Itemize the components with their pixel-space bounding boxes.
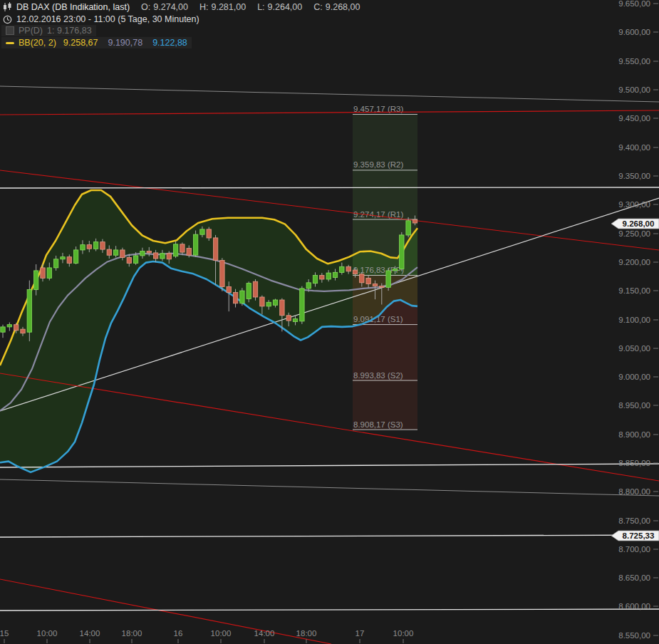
time-axis-label: 18:00 bbox=[122, 629, 142, 638]
candle-down bbox=[227, 287, 231, 293]
candle-up bbox=[193, 234, 197, 255]
candle-up bbox=[53, 259, 58, 268]
time-axis-label: 10:00 bbox=[393, 629, 414, 638]
trendline-red-upper[interactable] bbox=[0, 110, 659, 115]
time-axis-label: 15 bbox=[0, 629, 9, 638]
candle-down bbox=[360, 274, 364, 283]
candle-up bbox=[7, 325, 11, 327]
candle-up bbox=[61, 257, 65, 259]
time-axis: 1510:0014:0018:001610:0014:0018:001710:0… bbox=[0, 629, 413, 643]
low-value: 9.264,00 bbox=[268, 2, 303, 12]
candle-down bbox=[286, 316, 291, 321]
candle-down bbox=[260, 297, 264, 306]
alert-line-872533[interactable] bbox=[0, 535, 659, 537]
candle-up bbox=[1, 327, 5, 332]
time-axis-label: 14:00 bbox=[80, 629, 100, 638]
indicator-bb-row[interactable]: BB(20, 2) 9.258,67 9.190,78 9.122,88 bbox=[1, 37, 192, 48]
candle-down bbox=[153, 253, 157, 259]
time-axis-label: 17 bbox=[356, 629, 365, 638]
bb-line-icon bbox=[6, 41, 14, 45]
candle-up bbox=[273, 300, 277, 305]
candle-down bbox=[87, 245, 91, 249]
candle-up bbox=[113, 250, 118, 255]
open-label: O: bbox=[141, 2, 150, 12]
candle-down bbox=[233, 293, 237, 303]
support-line-8850[interactable] bbox=[0, 464, 659, 467]
price-axis-label: 8.850,00 bbox=[618, 459, 650, 467]
candle-up bbox=[93, 242, 98, 249]
candle-up bbox=[133, 256, 137, 264]
candle-up bbox=[293, 319, 297, 322]
candle-up bbox=[160, 254, 165, 259]
trendline-gray-lower[interactable] bbox=[0, 479, 659, 496]
candle-down bbox=[147, 251, 151, 253]
bb-indicator-name: BB(20, 2) bbox=[19, 38, 56, 48]
pivot-label: 8.993,83 (S2) bbox=[353, 371, 403, 380]
candle-down bbox=[320, 275, 324, 279]
candle-down bbox=[280, 300, 284, 316]
candle-up bbox=[27, 290, 31, 333]
candle-down bbox=[346, 266, 351, 271]
price-axis-label: 9.150,00 bbox=[618, 286, 650, 295]
price-axis-label: 9.000,00 bbox=[618, 373, 650, 381]
candle-down bbox=[41, 268, 45, 279]
candle-down bbox=[380, 286, 384, 288]
clock-icon bbox=[3, 15, 12, 24]
price-axis-label: 9.550,00 bbox=[618, 57, 650, 66]
last-price-badge-text: 9.268,00 bbox=[623, 219, 655, 228]
candle-down bbox=[100, 242, 105, 250]
candle-down bbox=[373, 284, 377, 286]
price-chart-canvas[interactable]: 9.457,17 (R3)9.359,83 (R2)9.274,17 (R1)9… bbox=[0, 0, 659, 644]
price-axis-label: 8.550,00 bbox=[618, 631, 650, 640]
candle-up bbox=[326, 273, 331, 279]
candle-up bbox=[47, 268, 51, 279]
period-row[interactable]: 12.02.2016 23:00 - 11:00 (5 Tage, 30 Min… bbox=[3, 14, 199, 25]
candle-up bbox=[306, 283, 311, 289]
candle-down bbox=[120, 250, 125, 258]
candle-up bbox=[81, 245, 85, 250]
candle-up bbox=[313, 275, 317, 283]
price-axis: 9.650,009.600,009.550,009.500,009.450,00… bbox=[618, 0, 658, 640]
pp-swatch-icon bbox=[6, 26, 14, 35]
candle-down bbox=[127, 257, 131, 263]
price-axis-label: 8.950,00 bbox=[618, 401, 650, 410]
candle-up bbox=[406, 221, 410, 235]
candle-down bbox=[167, 254, 171, 259]
candle-down bbox=[412, 219, 417, 223]
candle-up bbox=[247, 284, 251, 299]
open-value: 9.274,00 bbox=[153, 2, 188, 12]
candle-down bbox=[353, 270, 357, 274]
price-axis-label: 9.600,00 bbox=[618, 28, 650, 36]
price-axis-label: 9.500,00 bbox=[618, 85, 650, 94]
instrument-row[interactable]: DB DAX (DB Indikation, last) O:9.274,00 … bbox=[3, 1, 367, 13]
pivot-label: 9.359,83 (R2) bbox=[353, 160, 403, 169]
candle-up bbox=[33, 271, 38, 290]
candlestick-icon bbox=[3, 2, 12, 12]
candle-down bbox=[14, 325, 19, 331]
price-axis-label: 9.200,00 bbox=[618, 258, 650, 266]
candle-down bbox=[180, 244, 185, 252]
candle-down bbox=[220, 260, 224, 286]
candle-up bbox=[240, 291, 244, 303]
resistance-line-9325[interactable] bbox=[0, 187, 659, 188]
candle-up bbox=[386, 271, 390, 287]
close-value: 9.268,00 bbox=[326, 2, 360, 12]
bb-upper-value: 9.258,67 bbox=[63, 38, 98, 48]
candle-up bbox=[333, 272, 337, 277]
candle-up bbox=[340, 266, 344, 272]
price-axis-label: 9.450,00 bbox=[618, 114, 650, 123]
candle-up bbox=[140, 251, 145, 256]
alert-price-badge-text: 8.725,33 bbox=[623, 531, 655, 540]
indicator-pp-row[interactable]: PP(D) 1: 9.176,83 bbox=[1, 25, 96, 36]
high-label: H: bbox=[199, 2, 209, 12]
low-label: L: bbox=[257, 2, 264, 12]
candle-up bbox=[73, 250, 78, 264]
support-line-8595[interactable] bbox=[0, 609, 659, 611]
candle-up bbox=[393, 269, 397, 271]
candle-down bbox=[107, 249, 111, 255]
trendline-gray-upper[interactable] bbox=[0, 86, 659, 102]
instrument-title: DB DAX (DB Indikation, last) bbox=[16, 2, 130, 12]
pp-indicator-name: PP(D) bbox=[19, 26, 43, 36]
price-axis-label: 9.400,00 bbox=[618, 143, 650, 152]
pp-indicator-value: 1: 9.176,83 bbox=[47, 26, 92, 36]
